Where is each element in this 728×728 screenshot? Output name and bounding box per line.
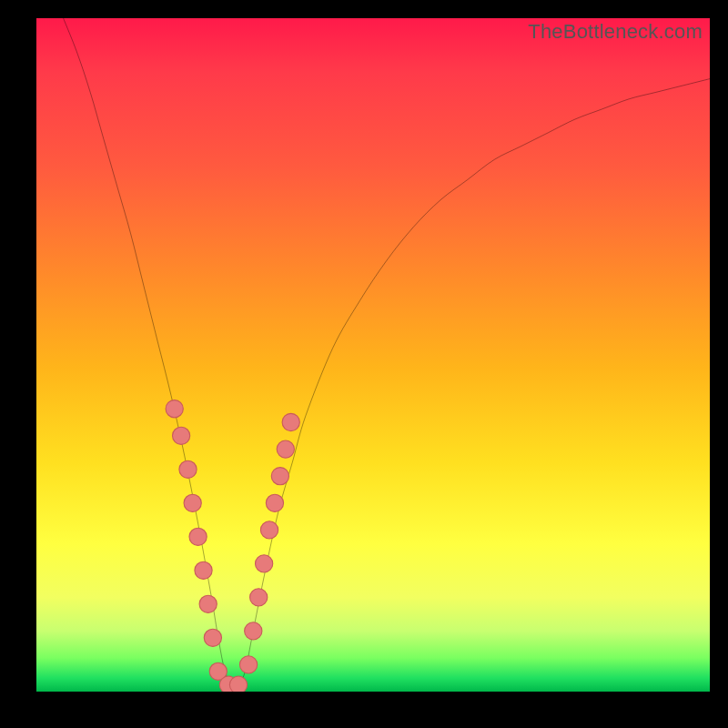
plot-area: TheBottleneck.com xyxy=(36,18,710,692)
marker-dot xyxy=(179,460,197,478)
marker-dot xyxy=(260,521,278,539)
marker-dot xyxy=(245,622,262,640)
marker-dot xyxy=(271,468,288,485)
bottleneck-curve-path xyxy=(64,18,710,686)
marker-dot xyxy=(277,440,294,458)
marker-dot xyxy=(204,629,221,646)
marker-dot xyxy=(195,561,212,579)
marker-dot xyxy=(266,494,283,511)
marker-dot xyxy=(184,494,201,511)
marker-dot xyxy=(256,555,273,572)
marker-dot xyxy=(229,676,247,692)
marker-dot xyxy=(239,656,257,673)
marker-group xyxy=(166,400,299,692)
marker-dot xyxy=(199,595,217,612)
marker-dot xyxy=(172,427,189,444)
marker-dot xyxy=(189,528,207,545)
curve-svg xyxy=(36,18,710,692)
marker-dot xyxy=(166,400,183,418)
marker-dot xyxy=(250,589,268,606)
marker-dot xyxy=(282,413,299,430)
chart-frame: TheBottleneck.com xyxy=(0,0,728,728)
